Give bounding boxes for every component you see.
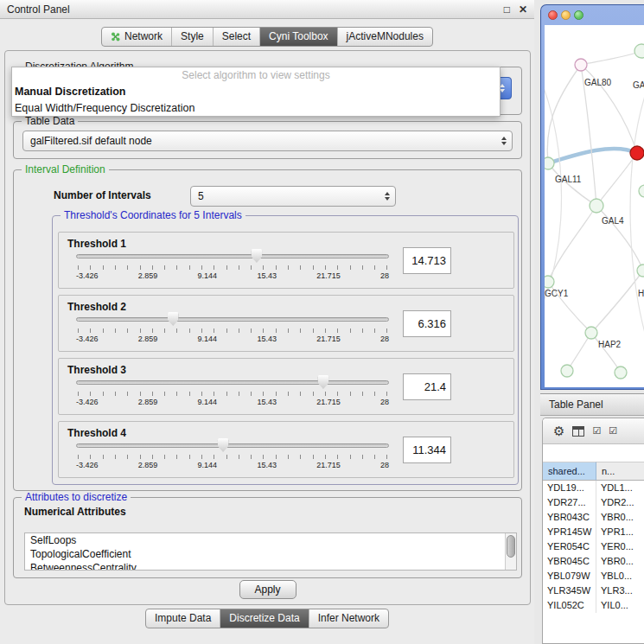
network-edge[interactable] bbox=[591, 333, 621, 373]
tab-label: Select bbox=[222, 28, 251, 46]
slider-thumb[interactable] bbox=[317, 375, 328, 389]
table-row[interactable]: YLR345WYLR3... bbox=[543, 583, 644, 598]
tab-cyni-toolbox[interactable]: Cyni Toolbox bbox=[260, 28, 337, 46]
threshold-value-input[interactable] bbox=[403, 310, 451, 337]
threshold-slider[interactable]: -3.426 2.859 9.144 15.43 21.715 28 bbox=[76, 309, 389, 349]
slider-thumb[interactable] bbox=[251, 249, 262, 263]
close-traffic-light-icon[interactable] bbox=[548, 10, 558, 20]
network-node[interactable] bbox=[575, 59, 587, 71]
attributes-list[interactable]: SelfLoops TopologicalCoefficient Between… bbox=[24, 532, 517, 571]
threshold-value-input[interactable] bbox=[403, 247, 451, 274]
select-columns-checkbox-icon[interactable]: ☑ bbox=[609, 426, 617, 436]
close-icon[interactable]: ✕ bbox=[519, 4, 527, 15]
table-data-group: Table Data galFiltered.sif default node bbox=[13, 121, 522, 159]
table-rows: YDL19...YDL1... YDR27...YDR2... YBR043CY… bbox=[543, 481, 644, 613]
tab-label: Discretize Data bbox=[229, 609, 299, 628]
network-edge[interactable] bbox=[567, 333, 591, 371]
network-node[interactable] bbox=[545, 157, 554, 169]
slider-track[interactable] bbox=[76, 317, 389, 322]
table-row[interactable]: YBR045CYBR0... bbox=[543, 554, 644, 569]
threshold-slider[interactable]: -3.426 2.859 9.144 15.43 21.715 28 bbox=[76, 436, 389, 475]
table-row[interactable]: YIL052CYIL0... bbox=[543, 598, 644, 613]
select-all-checkbox-icon[interactable]: ☑ bbox=[592, 426, 601, 436]
scrollbar-thumb[interactable] bbox=[507, 535, 515, 558]
scale-label: 9.144 bbox=[198, 461, 218, 469]
list-item[interactable]: SelfLoops bbox=[25, 533, 516, 547]
table-row[interactable]: YDR27...YDR2... bbox=[543, 495, 644, 510]
scale-label: -3.426 bbox=[76, 461, 99, 469]
list-item[interactable]: TopologicalCoefficient bbox=[25, 547, 516, 561]
network-edge[interactable] bbox=[547, 65, 581, 163]
network-edge[interactable] bbox=[548, 163, 596, 206]
tab-impute-data[interactable]: Impute Data bbox=[146, 609, 220, 628]
network-node-label: HAP2 bbox=[598, 340, 622, 349]
table-row[interactable]: YPR145WYPR1... bbox=[543, 525, 644, 539]
threshold-value-input[interactable] bbox=[403, 373, 451, 400]
network-edge[interactable] bbox=[630, 86, 644, 350]
table-row[interactable]: YBL079WYBL0... bbox=[543, 569, 644, 583]
network-node[interactable] bbox=[630, 146, 644, 160]
slider-scale: -3.426 2.859 9.144 15.43 21.715 28 bbox=[76, 461, 389, 469]
tab-label: jActiveMNodules bbox=[347, 28, 424, 46]
slider-track[interactable] bbox=[76, 254, 389, 258]
network-node[interactable] bbox=[615, 367, 627, 379]
scrollbar[interactable] bbox=[505, 533, 516, 570]
popup-option-manual-discretization[interactable]: Manual Discretization bbox=[12, 84, 500, 100]
slider-thumb[interactable] bbox=[168, 312, 179, 326]
list-item[interactable]: BetweennessCentrality bbox=[25, 561, 516, 571]
cyni-toolbox-panel: Discretization Algorithm Table Data galF… bbox=[4, 50, 531, 605]
cell: YER0... bbox=[596, 539, 644, 554]
network-node[interactable] bbox=[585, 327, 597, 339]
slider-thumb[interactable] bbox=[218, 438, 229, 452]
table-row[interactable]: YER054CYER0... bbox=[543, 539, 644, 554]
slider-track[interactable] bbox=[76, 443, 389, 448]
apply-button[interactable]: Apply bbox=[239, 580, 296, 599]
slider-track[interactable] bbox=[76, 380, 389, 385]
gear-icon[interactable]: ⚙ bbox=[553, 424, 564, 437]
network-edge[interactable] bbox=[548, 206, 596, 282]
table-row[interactable]: YDL19...YDL1... bbox=[543, 481, 644, 495]
network-node[interactable] bbox=[561, 365, 573, 377]
slider-scale: -3.426 2.859 9.144 15.43 21.715 28 bbox=[76, 335, 389, 343]
scale-label: 28 bbox=[380, 461, 389, 469]
zoom-traffic-light-icon[interactable] bbox=[574, 10, 583, 20]
scale-label: 9.144 bbox=[198, 335, 218, 343]
column-header-shared-name[interactable]: shared... bbox=[543, 462, 596, 481]
table-row[interactable]: YBR043CYBR0... bbox=[543, 510, 644, 525]
network-node[interactable] bbox=[545, 276, 554, 288]
tab-network[interactable]: Network bbox=[102, 28, 172, 46]
tab-style[interactable]: Style bbox=[172, 28, 214, 46]
network-node-label: GAL80 bbox=[584, 78, 612, 87]
network-edge[interactable] bbox=[591, 271, 643, 333]
threshold-value-input[interactable] bbox=[403, 437, 451, 463]
minimize-traffic-light-icon[interactable] bbox=[561, 10, 571, 20]
cell: YBL079W bbox=[543, 569, 596, 583]
threshold-slider[interactable]: -3.426 2.859 9.144 15.43 21.715 28 bbox=[76, 246, 389, 286]
minimize-icon[interactable]: □ bbox=[504, 4, 510, 15]
network-node[interactable] bbox=[590, 199, 603, 213]
table-panel-title: Table Panel bbox=[549, 399, 603, 411]
columns-icon[interactable] bbox=[572, 426, 584, 437]
network-canvas[interactable]: GAL80GALGAL11GAL4GCY1HHAP2 bbox=[545, 25, 644, 387]
network-edge[interactable] bbox=[581, 51, 641, 65]
tab-discretize-data[interactable]: Discretize Data bbox=[220, 609, 309, 628]
number-of-intervals-combo[interactable]: 5 bbox=[190, 186, 396, 207]
network-node[interactable] bbox=[637, 265, 644, 277]
table-data-combo[interactable]: galFiltered.sif default node bbox=[22, 131, 513, 151]
network-node-label: GAL11 bbox=[555, 175, 582, 184]
network-node[interactable] bbox=[639, 185, 644, 197]
tab-label: Network bbox=[124, 28, 163, 46]
column-header-name[interactable]: n... bbox=[596, 462, 644, 481]
threshold-slider[interactable]: -3.426 2.859 9.144 15.43 21.715 28 bbox=[76, 373, 389, 412]
tab-select[interactable]: Select bbox=[214, 28, 260, 46]
scale-label: 9.144 bbox=[198, 271, 218, 280]
scale-label: 9.144 bbox=[198, 398, 218, 406]
tab-infer-network[interactable]: Infer Network bbox=[309, 609, 388, 628]
tab-jactivemnodules[interactable]: jActiveMNodules bbox=[338, 28, 432, 46]
cell: YIL0... bbox=[596, 598, 644, 613]
group-title: Interval Definition bbox=[22, 163, 109, 175]
network-node[interactable] bbox=[634, 44, 644, 58]
panel-title: Control Panel bbox=[7, 3, 495, 16]
table-toolbar: ⚙ ☑ ☑ bbox=[543, 418, 644, 444]
popup-option-equal-width-frequency[interactable]: Equal Width/Frequency Discretization bbox=[12, 100, 500, 117]
